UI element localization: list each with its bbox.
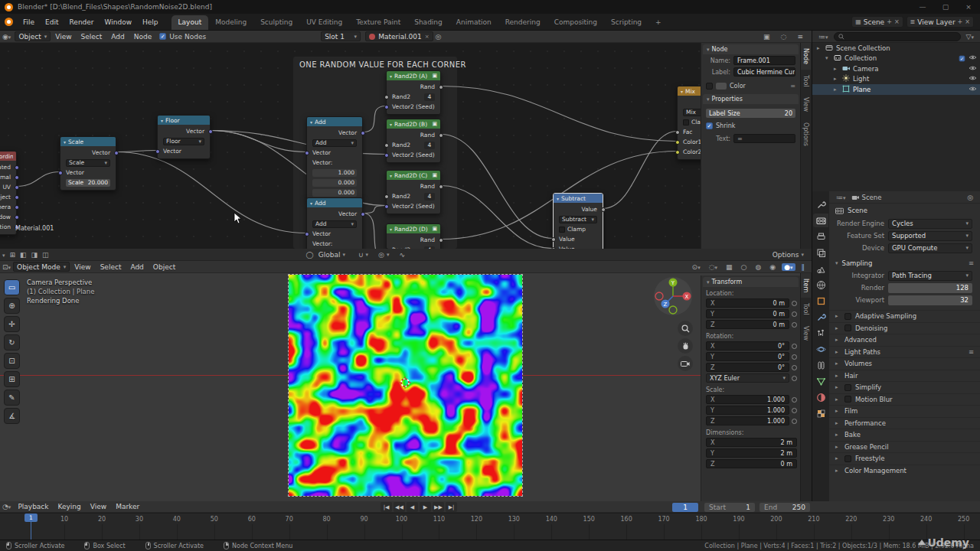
hide-eye-icon[interactable]: [969, 65, 977, 71]
node-randC[interactable]: ▾Rand2D (C)▣RandRand24Vector2 (Seed): [386, 170, 441, 214]
input-socket[interactable]: [155, 149, 160, 154]
workspace-tab-scripting[interactable]: Scripting: [604, 15, 648, 30]
shading-solid-icon[interactable]: ◍: [753, 263, 763, 271]
shader-menu-view[interactable]: View: [51, 33, 76, 41]
rotation-mode-dropdown[interactable]: XYZ Euler▾: [706, 373, 789, 383]
sidebar-tab-node[interactable]: Node: [801, 43, 811, 70]
current-frame-field[interactable]: 1: [672, 503, 698, 512]
scene-selector[interactable]: ▦ Scene + ×: [851, 16, 903, 28]
overlay-toggle-icon[interactable]: ◌: [779, 33, 789, 41]
menu-edit[interactable]: Edit: [40, 16, 64, 28]
options-menu-icon[interactable]: ≡: [795, 33, 805, 41]
snapping-icon[interactable]: ▣: [761, 33, 773, 41]
node-randB[interactable]: ▾Rand2D (B)▣RandRand24Vector2 (Seed): [386, 119, 441, 163]
hide-eye-icon[interactable]: [969, 86, 977, 92]
section-bake[interactable]: ▸Bake: [829, 429, 980, 441]
node-dropdown-subtract[interactable]: Subtract▾: [559, 216, 597, 223]
properties-tab-material[interactable]: [813, 390, 828, 404]
collapse-icon[interactable]: ▾: [310, 201, 312, 206]
viewport-menu-add[interactable]: Add: [126, 263, 148, 271]
node-header[interactable]: ▾Floor: [158, 116, 210, 125]
workspace-tab-compositing[interactable]: Compositing: [547, 15, 604, 30]
transform-field-x[interactable]: X2 m: [706, 438, 797, 447]
delete-scene-icon[interactable]: ×: [894, 18, 900, 25]
outliner-search-input[interactable]: [834, 32, 961, 41]
collapse-icon[interactable]: ▾: [390, 227, 392, 232]
transform-field-z[interactable]: Z0°: [706, 363, 789, 372]
node-texcoord[interactable]: ▾Texture CoordinateGeneratedNormalUVObje…: [0, 151, 17, 235]
node-header[interactable]: ▾Add: [307, 198, 362, 207]
int-value-field[interactable]: 4: [424, 93, 435, 101]
new-scene-icon[interactable]: +: [887, 18, 892, 25]
node-checkbox-clamp[interactable]: [559, 227, 565, 233]
node-dropdown-add[interactable]: Add▾: [312, 139, 357, 147]
int-value-field[interactable]: 4: [424, 142, 435, 149]
tool-settings-collapse-icon[interactable]: ▾: [0, 251, 8, 259]
output-socket[interactable]: [439, 133, 443, 138]
timeline-menu-marker[interactable]: Marker: [111, 503, 144, 510]
input-socket[interactable]: [384, 248, 389, 249]
add-workspace-button[interactable]: +: [648, 15, 668, 30]
input-socket[interactable]: [675, 150, 680, 155]
properties-tab-output[interactable]: [813, 230, 828, 243]
use-nodes-checkbox[interactable]: ✓: [159, 33, 166, 40]
decorator-icon[interactable]: [792, 344, 797, 349]
timeline-menu-playback[interactable]: Playback: [13, 503, 53, 510]
transform-field-z[interactable]: Z0 m: [706, 320, 789, 329]
input-socket[interactable]: [675, 140, 680, 145]
collapse-icon[interactable]: ▾: [390, 122, 392, 127]
sidebar-tab-view[interactable]: View: [801, 321, 811, 346]
timeline-menu-view[interactable]: View: [86, 503, 111, 510]
int-value-field[interactable]: 4: [424, 246, 435, 249]
workspace-tab-sculpting[interactable]: Sculpting: [253, 15, 299, 30]
menu-render[interactable]: Render: [64, 16, 100, 28]
transform-field-y[interactable]: Y1.000: [706, 406, 789, 415]
input-socket[interactable]: [305, 232, 309, 236]
node-dropdown-floor[interactable]: Floor▾: [163, 138, 204, 145]
section-motion-blur[interactable]: ▸Motion Blur: [829, 393, 980, 406]
collapse-icon[interactable]: ▾: [557, 196, 559, 201]
menu-help[interactable]: Help: [137, 16, 164, 28]
input-socket[interactable]: [551, 247, 556, 249]
shrink-checkbox[interactable]: ✓: [706, 122, 713, 129]
viewport[interactable]: ▭⊕✢↻⊡⊞✎∡ Camera Perspective (1) Collecti…: [0, 273, 812, 501]
properties-tab-object[interactable]: [813, 294, 828, 308]
node-header[interactable]: ▾Rand2D (B)▣: [387, 119, 440, 129]
pin-icon[interactable]: ◎: [433, 33, 444, 41]
properties-tab-particles[interactable]: [813, 326, 828, 340]
output-socket[interactable]: [439, 238, 443, 243]
text-datablock-field[interactable]: ≡: [733, 134, 795, 143]
gizmo-toggle-icon[interactable]: ∿: [397, 251, 407, 259]
properties-tab-tool[interactable]: [813, 197, 828, 211]
material-datablock[interactable]: Material.001 ×: [365, 31, 433, 41]
output-socket[interactable]: [208, 129, 213, 134]
timeline-ruler[interactable]: 1 11020304050607080901001101201301401501…: [0, 513, 980, 540]
input-socket[interactable]: [384, 105, 389, 109]
menu-window[interactable]: Window: [100, 16, 138, 28]
decorator-icon[interactable]: [792, 419, 797, 424]
shader-menu-select[interactable]: Select: [77, 33, 107, 41]
output-socket[interactable]: [15, 215, 19, 220]
minimize-button[interactable]: —: [911, 0, 934, 14]
xray-icon[interactable]: ▦: [724, 263, 735, 271]
sidebar-tab-tool[interactable]: Tool: [801, 70, 811, 93]
node-add1[interactable]: ▾AddVectorAdd▾VectorVector:1.0000.0000.0…: [306, 116, 363, 201]
playhead[interactable]: 1: [31, 514, 31, 540]
overlays-icon[interactable]: ◌▾: [707, 263, 720, 271]
input-socket[interactable]: [384, 153, 389, 158]
device-dropdown[interactable]: GPU Compute▾: [888, 243, 972, 253]
integrator-dropdown[interactable]: Path Tracing▾: [888, 271, 972, 281]
editor-type-icon[interactable]: ≔▾: [834, 194, 848, 201]
shader-menu-node[interactable]: Node: [129, 33, 157, 41]
section-volumes[interactable]: ▸Volumes: [829, 357, 980, 370]
collapse-icon[interactable]: ▾: [161, 118, 163, 123]
unlink-material-icon[interactable]: ×: [425, 34, 430, 40]
section-adaptive-sampling[interactable]: ▸Adaptive Sampling: [829, 310, 980, 322]
section-advanced[interactable]: ▸Advanced: [829, 334, 980, 346]
viewport-samples-slider[interactable]: 32: [888, 295, 972, 305]
decorator-icon[interactable]: [792, 354, 797, 360]
int-value-field[interactable]: 4: [424, 193, 435, 201]
section-denoising[interactable]: ▸Denoising: [829, 322, 980, 334]
breadcrumb-item[interactable]: Scene: [862, 194, 882, 201]
hide-eye-icon[interactable]: [969, 54, 977, 60]
